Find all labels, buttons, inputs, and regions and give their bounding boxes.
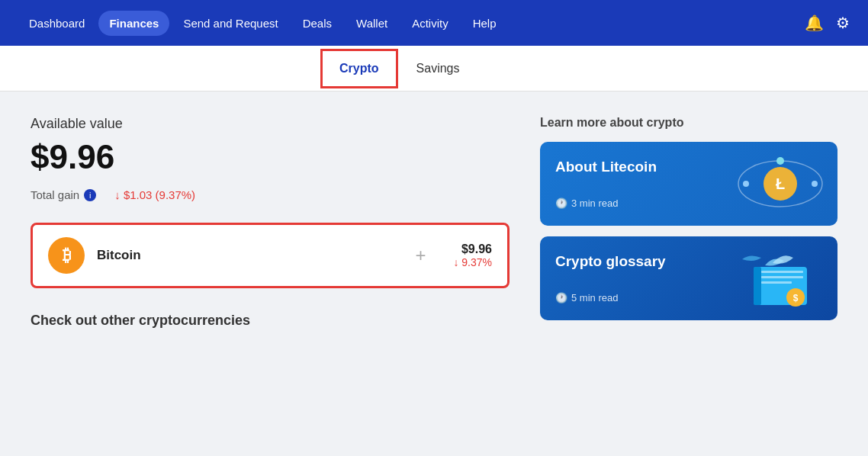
- navbar: Dashboard Finances Send and Request Deal…: [0, 0, 868, 46]
- nav-items: Dashboard Finances Send and Request Deal…: [18, 11, 805, 36]
- available-label: Available value: [31, 116, 510, 132]
- bell-icon[interactable]: 🔔: [805, 14, 824, 32]
- learn-label: Learn more about crypto: [540, 116, 837, 130]
- nav-deals[interactable]: Deals: [292, 11, 342, 36]
- left-panel: Available value $9.96 Total gain i ↓ $1.…: [31, 116, 510, 433]
- right-panel: Learn more about crypto About Litecoin 🕐…: [540, 116, 837, 433]
- litecoin-card-meta: 🕐 3 min read: [555, 197, 708, 209]
- total-gain-value: ↓ $1.03 (9.37%): [114, 188, 195, 201]
- main-content: Available value $9.96 Total gain i ↓ $1.…: [0, 92, 868, 456]
- svg-rect-10: [761, 281, 792, 284]
- svg-text:$: $: [793, 293, 799, 303]
- sub-tabs: Crypto Savings: [0, 46, 868, 92]
- check-out-label: Check out other cryptocurrencies: [31, 313, 510, 329]
- nav-send-request[interactable]: Send and Request: [172, 11, 288, 36]
- svg-rect-7: [754, 267, 761, 305]
- glossary-card-title: Crypto glossary: [555, 253, 708, 270]
- bitcoin-name: Bitcoin: [97, 248, 387, 263]
- glossary-card[interactable]: Crypto glossary 🕐 5 min read: [540, 236, 837, 320]
- svg-rect-9: [761, 276, 803, 278]
- bitcoin-values: $9.96 ↓ 9.37%: [453, 242, 492, 268]
- total-gain-info-icon[interactable]: i: [84, 189, 96, 201]
- litecoin-card-title: About Litecoin: [555, 159, 708, 175]
- nav-right: 🔔 ⚙: [805, 14, 850, 32]
- litecoin-svg: Ł: [731, 149, 830, 218]
- glossary-clock-icon: 🕐: [555, 292, 567, 303]
- tab-crypto[interactable]: Crypto: [320, 49, 398, 88]
- svg-text:Ł: Ł: [776, 175, 785, 192]
- nav-help[interactable]: Help: [462, 11, 507, 36]
- nav-dashboard[interactable]: Dashboard: [18, 11, 95, 36]
- nav-wallet[interactable]: Wallet: [346, 11, 398, 36]
- glossary-card-meta: 🕐 5 min read: [555, 292, 708, 303]
- bitcoin-icon: ₿: [48, 237, 85, 274]
- glossary-illustration: $: [723, 236, 837, 320]
- svg-point-3: [776, 157, 784, 165]
- glossary-svg: $: [731, 244, 830, 313]
- svg-rect-8: [761, 271, 803, 273]
- bitcoin-add-button[interactable]: +: [415, 245, 426, 266]
- bitcoin-pct: ↓ 9.37%: [453, 256, 492, 268]
- glossary-card-text: Crypto glossary 🕐 5 min read: [540, 236, 723, 320]
- svg-point-2: [812, 181, 818, 187]
- litecoin-clock-icon: 🕐: [555, 197, 567, 209]
- svg-point-1: [743, 181, 749, 187]
- total-gain-row: Total gain i ↓ $1.03 (9.37%): [31, 188, 510, 201]
- available-value: $9.96: [31, 138, 510, 176]
- tab-savings[interactable]: Savings: [398, 48, 478, 89]
- litecoin-illustration: Ł: [723, 142, 837, 226]
- litecoin-card-text: About Litecoin 🕐 3 min read: [540, 142, 723, 226]
- total-gain-label: Total gain i: [31, 188, 96, 201]
- litecoin-card[interactable]: About Litecoin 🕐 3 min read Ł: [540, 142, 837, 226]
- bitcoin-usd: $9.96: [453, 242, 492, 256]
- nav-activity[interactable]: Activity: [401, 11, 459, 36]
- bitcoin-card[interactable]: ₿ Bitcoin + $9.96 ↓ 9.37%: [31, 223, 510, 288]
- nav-finances[interactable]: Finances: [98, 11, 169, 36]
- gear-icon[interactable]: ⚙: [836, 14, 850, 32]
